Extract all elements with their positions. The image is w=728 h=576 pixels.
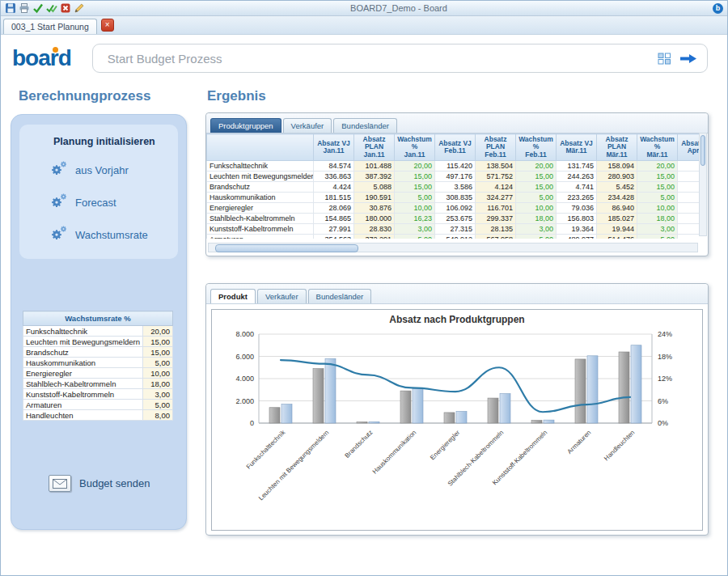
bar-absatz-vj <box>619 352 629 423</box>
vertical-scrollbar-thumb[interactable] <box>700 135 705 166</box>
growth-row-value[interactable]: 8,00 <box>143 410 173 421</box>
cell-vj: 131.745 <box>557 161 597 172</box>
tab-chart-verkaeufer[interactable]: Verkäufer <box>257 289 307 303</box>
category-label: Hauskommunikation <box>371 429 418 476</box>
tab-produkt[interactable]: Produkt <box>210 289 256 303</box>
growth-row-value[interactable]: 5,00 <box>143 358 173 368</box>
growth-row: Armaturen5,00 <box>23 400 173 410</box>
cell-vj: 308.835 <box>435 193 476 203</box>
cell-plan: 571.752 <box>476 172 516 182</box>
send-budget-button[interactable]: Budget senden <box>49 475 150 492</box>
growth-row-value[interactable]: 15,00 <box>143 337 173 347</box>
growth-row-value[interactable]: 5,00 <box>143 400 173 410</box>
cell-plan: 299.337 <box>476 214 516 224</box>
growth-row-value[interactable]: 18,00 <box>143 379 173 389</box>
cell-plan: 387.392 <box>354 172 395 182</box>
cell-growth: 3,00 <box>395 224 435 235</box>
stop-icon[interactable] <box>60 2 71 14</box>
growth-row-name: Handleuchten <box>23 410 143 421</box>
bar-absatz-vj <box>269 408 280 423</box>
table-row: Armaturen354.563372.2915,00540.912567.95… <box>207 235 700 239</box>
layout-grid-icon[interactable] <box>658 53 671 65</box>
cell-vj: 489.977 <box>557 235 597 239</box>
column-header[interactable]: Absatz PLANFeb.11 <box>476 134 516 161</box>
table-row: Funkschalttechnik84.574101.48820,00115.4… <box>207 161 700 172</box>
growth-row-value[interactable]: 10,00 <box>143 368 173 379</box>
printer-icon[interactable] <box>19 2 30 14</box>
bar-absatz-plan <box>587 356 598 423</box>
tab-label: 003_1 Start Planung <box>11 22 89 32</box>
cell-vj: 115.420 <box>435 161 476 172</box>
cell-vj: 28.069 <box>314 203 354 214</box>
check-icon[interactable] <box>32 2 44 14</box>
bar-absatz-vj <box>488 398 498 423</box>
cell-vj: 154.865 <box>314 214 354 224</box>
left-column: Berechnungprozess Planung initialisieren… <box>11 88 187 530</box>
cell-plan: 372.291 <box>354 235 395 239</box>
cell-plan: 28.830 <box>354 224 395 235</box>
cell-plan: 30.876 <box>354 203 395 214</box>
cell-growth: 15,00 <box>516 172 557 182</box>
action-aus-vorjahr[interactable]: aus Vorjahr <box>50 160 171 180</box>
cell-vj: 354.563 <box>314 235 354 239</box>
cell-plan: 28.135 <box>476 224 516 235</box>
double-check-icon[interactable] <box>46 2 57 14</box>
column-header[interactable]: Absatz VJFeb.11 <box>435 134 476 161</box>
cell-vj: 156.803 <box>557 214 597 224</box>
growth-row-name: Hauskommunikation <box>23 358 143 368</box>
category-label: Armaturen <box>566 429 593 455</box>
app-window: BOARD7_Demo - Board b 003_1 Start Planun… <box>0 0 728 576</box>
result-table-panel: Produktgruppen Verkäufer Bundesländer Ab… <box>205 112 709 256</box>
bar-absatz-vj <box>444 413 455 423</box>
cell-growth: 16,23 <box>395 214 435 224</box>
gears-icon <box>50 160 68 180</box>
row-label: Hauskommunikation <box>207 193 314 203</box>
window-titlebar: BOARD7_Demo - Board b <box>1 1 727 16</box>
column-header[interactable]: Absatz VJApr.11 <box>678 134 700 161</box>
cell-plan: 324.277 <box>476 193 516 203</box>
save-icon[interactable] <box>5 2 16 14</box>
growth-row: Energieregler10,00 <box>23 368 173 379</box>
column-header[interactable]: Absatz PLANMär.11 <box>597 134 637 161</box>
action-wachstumsrate[interactable]: Wachstumsrate <box>50 225 171 244</box>
tab-verkaeufer[interactable]: Verkäufer <box>283 118 332 133</box>
cell-growth: 15,00 <box>395 182 435 193</box>
action-forecast[interactable]: Forecast <box>50 193 171 212</box>
window-title: BOARD7_Demo - Board <box>88 3 709 13</box>
tab-start-planung[interactable]: 003_1 Start Planung <box>3 19 97 34</box>
growth-row-value[interactable]: 3,00 <box>143 389 173 400</box>
tab-produktgruppen[interactable]: Produktgruppen <box>210 118 281 133</box>
process-title-box: Start Budget Prozess <box>92 44 708 73</box>
column-header[interactable]: Wachstum %Mär.11 <box>637 134 678 161</box>
growth-row-value[interactable]: 15,00 <box>143 347 173 358</box>
column-header[interactable]: Absatz PLANJan.11 <box>354 134 395 161</box>
chart-title: Absatz nach Produktgruppen <box>389 314 524 325</box>
tab-close-button[interactable]: × <box>101 19 114 32</box>
horizontal-scrollbar-thumb[interactable] <box>215 244 358 252</box>
table-row: Energieregler28.06930.87610,00106.092116… <box>207 203 700 214</box>
growth-row-value[interactable]: 20,00 <box>143 326 173 337</box>
cell-plan: 138.504 <box>476 161 516 172</box>
cell-plan: 514.476 <box>597 235 637 239</box>
column-header[interactable]: Wachstum %Feb.11 <box>516 134 557 161</box>
cell-vj: 4.741 <box>557 182 597 193</box>
pencil-icon[interactable] <box>74 2 85 14</box>
column-header[interactable]: Absatz VJJan.11 <box>314 134 354 161</box>
cell-vj: 540.912 <box>435 235 476 239</box>
horizontal-scrollbar[interactable] <box>208 243 698 252</box>
board-mini-logo: b <box>713 3 723 14</box>
bar-absatz-plan <box>325 358 336 423</box>
tab-bundeslaender[interactable]: Bundesländer <box>333 118 397 133</box>
growth-row-name: Kunststoff-Kabeltrommeln <box>23 389 143 400</box>
cell-vj: 3.586 <box>435 182 476 193</box>
vertical-scrollbar[interactable] <box>699 133 707 236</box>
column-header[interactable]: Wachstum %Jan.11 <box>395 134 435 161</box>
arrow-right-icon[interactable] <box>679 53 697 65</box>
right-axis-tick: 12% <box>658 375 672 383</box>
toolbar <box>5 2 85 14</box>
cell-growth: 10,00 <box>516 203 557 214</box>
send-budget-label: Budget senden <box>79 477 150 489</box>
column-header[interactable]: Absatz VJMär.11 <box>557 134 597 161</box>
tab-chart-bundeslaender[interactable]: Bundesländer <box>308 289 372 303</box>
cell-plan: 158.094 <box>597 161 637 172</box>
